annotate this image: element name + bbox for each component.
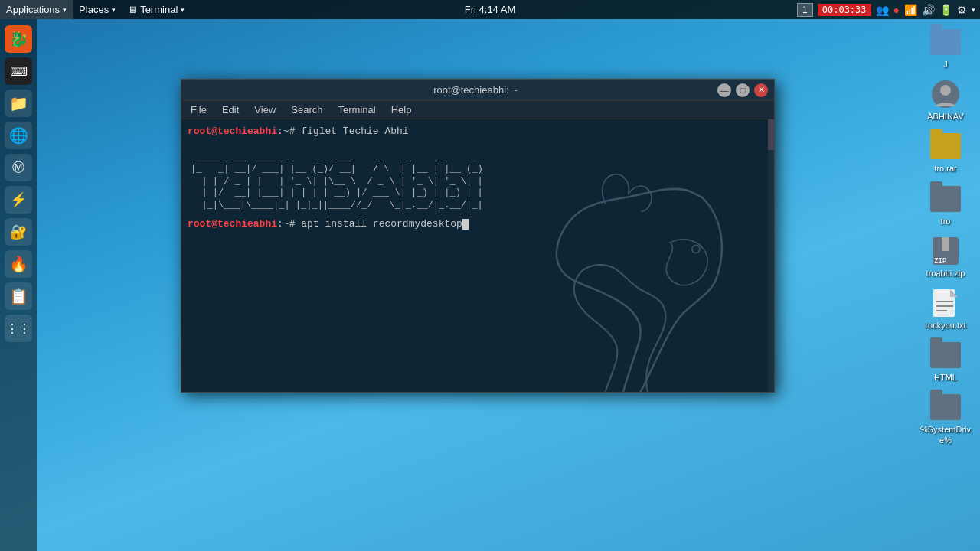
- desktop-icons: J ABHINAV tro.rar tro ZIP: [919, 27, 972, 445]
- terminal-chevron: ▾: [181, 6, 185, 14]
- prompt-1: root@techieabhi: [188, 126, 277, 137]
- maximize-button[interactable]: □: [736, 83, 750, 97]
- tro-folder-shape: [930, 186, 961, 212]
- places-menu[interactable]: Places ▾: [73, 0, 122, 19]
- sidebar-terminal-icon[interactable]: ⌨: [5, 57, 32, 85]
- abhinav-label: ABHINAV: [927, 112, 963, 122]
- desktop-icon-abhinav[interactable]: ABHINAV: [919, 79, 972, 122]
- tro-rar-shape: [930, 133, 961, 159]
- tray-chevron[interactable]: ▾: [972, 6, 975, 14]
- systemdrive-shape: [930, 394, 961, 420]
- desktop-icon-j[interactable]: J: [919, 27, 972, 70]
- cmd-2: :~# apt install recordmydesktop: [277, 218, 462, 230]
- terminal-menubar: File Edit View Search Terminal Help: [181, 101, 774, 119]
- window-controls: — □ ✕: [717, 83, 768, 97]
- desktop-icon-tro[interactable]: tro: [919, 184, 972, 227]
- prompt-2: root@techieabhi: [188, 218, 277, 230]
- command-line-1: root@techieabhi:~# figlet Techie Abhi: [188, 126, 768, 137]
- desktop-icon-troabhi-zip[interactable]: ZIP troabhi.zip: [919, 236, 972, 279]
- sidebar-tool2-icon[interactable]: 🔐: [5, 218, 32, 246]
- rockyou-txt-label: rockyou.txt: [925, 321, 965, 331]
- svg-point-1: [940, 85, 951, 96]
- cmd-1: :~# figlet Techie Abhi: [277, 126, 409, 137]
- timer-display: 00:03:33: [818, 4, 871, 16]
- sidebar-fire-icon[interactable]: 🔥: [5, 250, 32, 278]
- html-folder-label: HTML: [934, 373, 957, 383]
- svg-text:ZIP: ZIP: [934, 257, 947, 265]
- sidebar-folder-icon[interactable]: 📁: [5, 90, 32, 117]
- menu-terminal[interactable]: Terminal: [332, 103, 382, 117]
- kali-dragon-background: [460, 165, 751, 392]
- desktop-icon-systemdrive[interactable]: %SystemDrive%: [919, 392, 972, 445]
- taskbar-clock: Fri 4:14 AM: [465, 4, 515, 15]
- tro-folder-label: tro: [941, 217, 951, 227]
- places-label: Places: [79, 4, 109, 15]
- sidebar-dragon-icon[interactable]: 🐉: [5, 25, 32, 53]
- troabhi-zip-image: ZIP: [930, 236, 961, 266]
- terminal-icon: 🖥: [128, 5, 137, 15]
- j-folder-shape: [930, 29, 961, 55]
- taskbar-right: 1 00:03:33 👥 ● 📶 🔊 🔋 ⚙ ▾: [797, 3, 980, 17]
- html-folder-image: [930, 340, 961, 370]
- sidebar: 🐉 ⌨ 📁 🌐 Ⓜ ⚡ 🔐 🔥 📋 ⋮⋮: [0, 19, 37, 551]
- menu-file[interactable]: File: [185, 103, 213, 117]
- desktop-icon-rockyou-txt[interactable]: rockyou.txt: [919, 288, 972, 331]
- svg-rect-3: [942, 237, 949, 251]
- close-button[interactable]: ✕: [754, 83, 768, 97]
- systemdrive-image: [930, 392, 961, 422]
- users-icon[interactable]: 👥: [876, 4, 889, 16]
- sidebar-grid-icon[interactable]: ⋮⋮: [5, 315, 32, 342]
- sidebar-globe-icon[interactable]: 🌐: [5, 122, 32, 149]
- applications-menu[interactable]: Applications ▾: [0, 0, 73, 19]
- menu-search[interactable]: Search: [285, 103, 328, 117]
- terminal-menu[interactable]: 🖥 Terminal ▾: [122, 0, 191, 19]
- tro-rar-image: [930, 131, 961, 161]
- menu-edit[interactable]: Edit: [216, 103, 245, 117]
- taskbar: Applications ▾ Places ▾ 🖥 Terminal ▾ Fri…: [0, 0, 980, 19]
- j-folder-label: J: [943, 60, 948, 70]
- taskbar-left: Applications ▾ Places ▾ 🖥 Terminal ▾: [0, 0, 191, 19]
- applications-chevron: ▾: [63, 6, 67, 14]
- terminal-title: root@techieabhi: ~: [234, 84, 717, 96]
- battery-icon[interactable]: 🔋: [939, 4, 952, 16]
- abhinav-svg: [930, 79, 961, 109]
- terminal-scrollbar[interactable]: [768, 119, 774, 392]
- svg-point-10: [692, 245, 700, 253]
- systemdrive-label: %SystemDrive%: [919, 425, 972, 445]
- abhinav-image: [930, 79, 961, 109]
- tro-rar-label: tro.rar: [934, 164, 956, 174]
- places-chevron: ▾: [112, 6, 116, 14]
- menu-view[interactable]: View: [248, 103, 282, 117]
- volume-icon[interactable]: 🔊: [922, 4, 935, 16]
- zip-svg: ZIP: [931, 236, 960, 266]
- wifi-icon[interactable]: 📶: [904, 4, 917, 16]
- desktop-icon-tro-rar[interactable]: tro.rar: [919, 131, 972, 174]
- minimize-button[interactable]: —: [717, 83, 731, 97]
- sidebar-tool1-icon[interactable]: ⚡: [5, 186, 32, 214]
- menu-help[interactable]: Help: [385, 103, 418, 117]
- record-icon[interactable]: ●: [893, 4, 900, 16]
- workspace-button[interactable]: 1: [797, 3, 813, 17]
- tro-folder-image: [930, 184, 961, 214]
- scrollbar-thumb[interactable]: [768, 119, 774, 150]
- sidebar-notes-icon[interactable]: 📋: [5, 282, 32, 310]
- terminal-label: Terminal: [140, 4, 178, 15]
- html-folder-shape: [930, 342, 961, 368]
- applications-label: Applications: [6, 4, 60, 15]
- rockyou-txt-image: [930, 288, 961, 318]
- troabhi-zip-label: troabhi.zip: [926, 269, 965, 279]
- txt-svg: [932, 288, 959, 318]
- terminal-body[interactable]: root@techieabhi:~# figlet Techie Abhi __…: [181, 119, 774, 392]
- terminal-window[interactable]: root@techieabhi: ~ — □ ✕ File Edit View …: [181, 79, 775, 393]
- settings-icon[interactable]: ⚙: [957, 4, 967, 16]
- desktop-icon-html[interactable]: HTML: [919, 340, 972, 383]
- j-folder-image: [930, 27, 961, 57]
- sidebar-metasploit-icon[interactable]: Ⓜ: [5, 154, 32, 181]
- terminal-titlebar: root@techieabhi: ~ — □ ✕: [181, 80, 774, 101]
